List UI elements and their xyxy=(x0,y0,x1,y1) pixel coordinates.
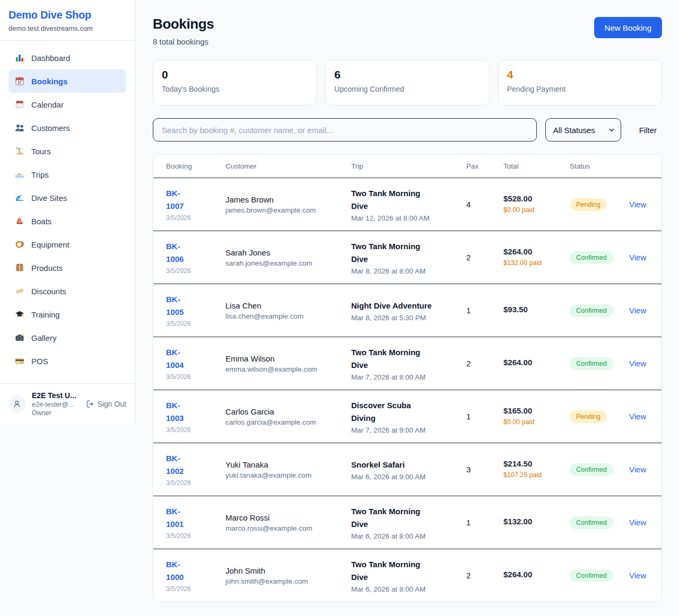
sidebar-item-customers[interactable]: Customers xyxy=(8,116,126,139)
view-link[interactable]: View xyxy=(629,253,646,262)
sidebar-item-dashboard[interactable]: Dashboard xyxy=(8,46,126,69)
filter-button[interactable]: Filter xyxy=(634,124,662,137)
trip-datetime: Mar 7, 2026 at 9:00 AM xyxy=(351,426,466,434)
sidebar-item-products[interactable]: Products xyxy=(8,256,126,279)
column-header-total: Total xyxy=(503,162,570,170)
pax-count: 1 xyxy=(466,306,503,315)
graduation-cap-icon xyxy=(15,310,24,319)
customer-email: sarah.jones@example.com xyxy=(225,259,351,267)
view-link[interactable]: View xyxy=(629,465,646,474)
stats-row: 0 Today's Bookings 6 Upcoming Confirmed … xyxy=(153,60,662,105)
booking-id-link[interactable]: BK-1005 xyxy=(166,293,197,319)
sidebar-item-boats[interactable]: Boats xyxy=(8,209,126,233)
user-meta: E2E Test U... e2e-tester@... Owner xyxy=(32,391,80,417)
stat-value: 4 xyxy=(507,68,653,81)
sidebar-item-label: Boats xyxy=(31,217,51,226)
customer-name: John Smith xyxy=(225,566,351,575)
paid-amount: $107.25 paid xyxy=(503,470,547,480)
table-row: BK-10013/5/2026 Marco Rossimarco.rossi@e… xyxy=(153,496,661,549)
sidebar-item-dive-sites[interactable]: Dive Sites xyxy=(8,186,126,209)
sidebar-item-pos[interactable]: POS xyxy=(8,349,126,373)
trip-name: Two Tank Morning Dive xyxy=(351,558,436,584)
page-title: Bookings xyxy=(153,16,214,32)
bar-chart-icon xyxy=(15,53,24,63)
sidebar-item-label: Equipment xyxy=(31,240,69,249)
speedboat-icon xyxy=(15,170,24,179)
sidebar-item-trips[interactable]: Trips xyxy=(8,163,126,186)
sidebar-item-equipment[interactable]: Equipment xyxy=(8,233,126,256)
customer-email: james.brown@example.com xyxy=(225,206,351,214)
trip-name: Two Tank Morning Dive xyxy=(351,240,436,266)
sidebar-item-tours[interactable]: Tours xyxy=(8,139,126,163)
trip-name: Two Tank Morning Dive xyxy=(351,346,436,372)
sidebar: Demo Dive Shop demo.test.divestreams.com… xyxy=(0,0,135,424)
status-badge: Pending xyxy=(570,410,607,423)
booking-date: 3/5/2026 xyxy=(166,373,225,381)
column-header-trip: Trip xyxy=(351,162,466,170)
stat-label: Today's Bookings xyxy=(162,85,308,93)
booking-id-link[interactable]: BK-1007 xyxy=(166,187,197,213)
search-input[interactable] xyxy=(153,118,537,142)
paid-amount: $0.00 paid xyxy=(503,205,547,215)
booking-id-link[interactable]: BK-1004 xyxy=(166,346,197,372)
table-row: BK-10073/5/2026 James Brownjames.brown@e… xyxy=(153,178,661,231)
sidebar-item-label: Discounts xyxy=(31,287,66,296)
booking-date: 3/5/2026 xyxy=(166,585,225,593)
sidebar-item-label: Dashboard xyxy=(31,54,70,63)
table-header-row: Booking Customer Trip Pax Total Status xyxy=(153,155,661,178)
page-subtitle: 8 total bookings xyxy=(153,37,214,46)
view-link[interactable]: View xyxy=(629,200,646,209)
sidebar-item-label: Calendar xyxy=(31,100,64,109)
filter-row: All Statuses Filter xyxy=(153,118,662,142)
customer-email: yuki.tanaka@example.com xyxy=(225,471,351,479)
stat-card-todays-bookings: 0 Today's Bookings xyxy=(153,60,317,105)
camera-icon xyxy=(15,333,24,342)
status-badge: Confirmed xyxy=(570,463,613,476)
booking-date: 3/5/2026 xyxy=(166,479,225,487)
view-link[interactable]: View xyxy=(629,571,646,580)
total-amount: $264.00 xyxy=(503,247,570,256)
total-amount: $214.50 xyxy=(503,459,570,468)
sidebar-item-training[interactable]: Training xyxy=(8,303,126,326)
customer-email: emma.wilson@example.com xyxy=(225,365,351,373)
people-icon xyxy=(15,123,24,133)
view-link[interactable]: View xyxy=(629,412,646,421)
booking-id-link[interactable]: BK-1002 xyxy=(166,452,197,478)
trip-name: Night Dive Adventure xyxy=(351,300,436,312)
sidebar-item-discounts[interactable]: Discounts xyxy=(8,279,126,303)
status-select[interactable]: All Statuses xyxy=(545,118,621,142)
column-header-booking: Booking xyxy=(166,162,225,170)
new-booking-button[interactable]: New Booking xyxy=(594,17,662,38)
sidebar-item-label: Dive Sites xyxy=(31,193,67,203)
total-amount: $93.50 xyxy=(503,305,570,314)
sidebar-item-calendar[interactable]: Calendar xyxy=(8,93,126,116)
shop-title[interactable]: Demo Dive Shop xyxy=(8,9,126,21)
table-row: BK-10063/5/2026 Sarah Jonessarah.jones@e… xyxy=(153,231,661,284)
customer-name: Emma Wilson xyxy=(225,354,351,363)
customer-name: Sarah Jones xyxy=(225,248,351,257)
pax-count: 4 xyxy=(466,200,503,209)
stat-label: Upcoming Confirmed xyxy=(334,85,480,93)
booking-id-link[interactable]: BK-1006 xyxy=(166,240,197,266)
user-name: E2E Test U... xyxy=(32,391,80,400)
sidebar-item-label: Gallery xyxy=(31,333,57,342)
sign-out-button[interactable]: Sign Out xyxy=(86,400,126,408)
status-badge: Confirmed xyxy=(570,569,613,582)
booking-id-link[interactable]: BK-1000 xyxy=(166,558,197,584)
booking-date: 3/5/2026 xyxy=(166,267,225,275)
bookings-table: Booking Customer Trip Pax Total Status B… xyxy=(153,154,662,602)
trip-datetime: Mar 8, 2026 at 5:30 PM xyxy=(351,314,466,322)
customer-name: Lisa Chen xyxy=(225,301,351,310)
view-link[interactable]: View xyxy=(629,359,646,368)
total-amount: $264.00 xyxy=(503,358,570,367)
view-link[interactable]: View xyxy=(629,518,646,527)
trip-name: Discover Scuba Diving xyxy=(351,399,436,425)
customer-name: Marco Rossi xyxy=(225,513,351,522)
total-amount: $264.00 xyxy=(503,570,570,579)
view-link[interactable]: View xyxy=(629,306,646,315)
sidebar-item-bookings[interactable]: 17 Bookings xyxy=(8,69,126,93)
booking-id-link[interactable]: BK-1001 xyxy=(166,505,197,531)
booking-id-link[interactable]: BK-1003 xyxy=(166,399,197,425)
sidebar-item-gallery[interactable]: Gallery xyxy=(8,326,126,349)
paid-amount: $0.00 paid xyxy=(503,417,547,427)
